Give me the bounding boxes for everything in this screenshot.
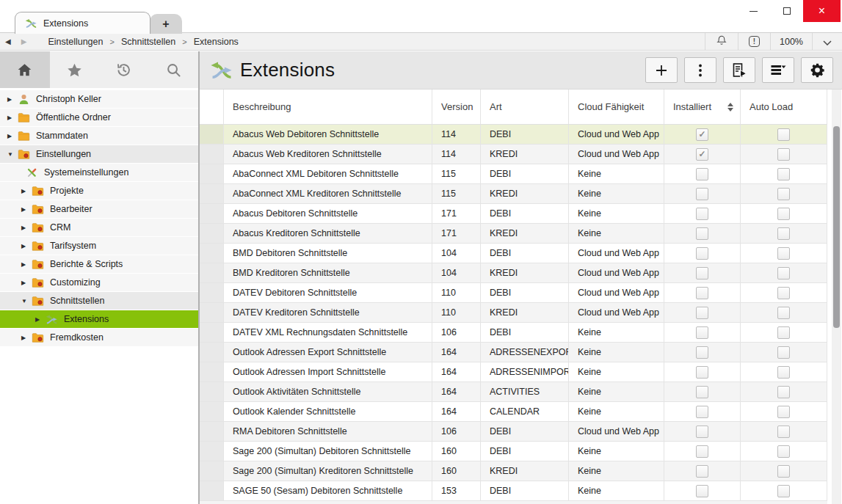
zoom-level[interactable]: 100% (771, 37, 812, 47)
expand-arrow-icon[interactable]: ▶ (7, 96, 18, 103)
tree-item-ffentliche-ordner[interactable]: ▶Öffentliche Ordner (0, 109, 198, 126)
table-row[interactable]: DATEV Debitoren Schnittstelle110DEBIClou… (200, 283, 827, 303)
installiert-checkbox[interactable] (696, 148, 708, 161)
alerts-button[interactable]: ! (738, 33, 770, 50)
expand-arrow-icon[interactable]: ▶ (21, 261, 32, 268)
installiert-checkbox[interactable] (696, 267, 708, 280)
expand-arrow-icon[interactable]: ▶ (21, 335, 32, 341)
vertical-scrollbar[interactable] (832, 90, 841, 504)
table-row[interactable]: AbaConnect XML Kreditoren Schnittstelle1… (200, 184, 827, 204)
tree-item-projekte[interactable]: ▶Projekte (0, 182, 198, 200)
installiert-checkbox[interactable] (696, 227, 708, 240)
auto-load-checkbox[interactable] (777, 485, 790, 497)
toolbar-more-button[interactable] (684, 57, 716, 83)
sort-icon[interactable] (727, 103, 733, 112)
scrollbar-thumb[interactable] (833, 126, 840, 328)
installiert-checkbox[interactable] (696, 386, 708, 398)
expand-arrow-icon[interactable]: ▶ (21, 224, 32, 231)
tree-item-customizing[interactable]: ▶Customizing (0, 274, 198, 291)
auto-load-checkbox[interactable] (777, 386, 790, 398)
tree-item-fremdkosten[interactable]: ▶Fremdkosten (0, 329, 198, 346)
toolbar-settings-button[interactable] (801, 57, 833, 83)
installiert-checkbox[interactable] (696, 426, 708, 438)
column-header-installiert[interactable]: Installiert (664, 90, 741, 124)
expand-arrow-icon[interactable]: ▶ (7, 133, 18, 139)
installiert-checkbox[interactable] (696, 208, 708, 220)
sidebar-tab-favorites[interactable] (50, 51, 100, 88)
table-row[interactable]: BMD Debitoren Schnittstelle104DEBICloud … (200, 244, 827, 263)
sidebar-tab-home[interactable] (0, 51, 50, 88)
notifications-button[interactable] (705, 33, 738, 50)
table-row[interactable]: Abacus Debitoren Schnittstelle171DEBIKei… (200, 204, 827, 224)
table-row[interactable]: RMA Debitoren Schnittstelle106DEBICloud … (200, 422, 827, 442)
auto-load-checkbox[interactable] (777, 366, 790, 379)
installiert-checkbox[interactable] (696, 326, 708, 339)
installiert-checkbox[interactable] (696, 128, 708, 141)
installiert-checkbox[interactable] (696, 307, 708, 319)
table-row[interactable]: DATEV Kreditoren Schnittstelle110KREDICl… (200, 303, 827, 323)
sidebar-tab-history[interactable] (99, 51, 149, 88)
minimize-button[interactable] (737, 0, 770, 22)
installiert-checkbox[interactable] (696, 366, 708, 379)
installiert-checkbox[interactable] (696, 465, 708, 478)
breadcrumb-item-schnittstellen[interactable]: Schnittstellen (121, 37, 175, 47)
auto-load-checkbox[interactable] (777, 406, 790, 418)
tree-item-schnittstellen[interactable]: ▼Schnittstellen (0, 292, 198, 310)
tree-item-tarifsystem[interactable]: ▶Tarifsystem (0, 237, 198, 255)
auto-load-checkbox[interactable] (777, 267, 790, 280)
table-row[interactable]: Sage 200 (Simultan) Kreditoren Schnittst… (200, 461, 827, 481)
table-row[interactable]: BMD Kreditoren Schnittstelle104KREDIClou… (200, 263, 827, 283)
auto-load-checkbox[interactable] (777, 168, 790, 180)
table-row[interactable]: Outlook Aktivitäten Schnittstelle164ACTI… (200, 382, 827, 402)
close-button[interactable]: × (803, 0, 841, 22)
expand-arrow-icon[interactable]: ▶ (21, 206, 32, 213)
document-tab-extensions[interactable]: Extensions (15, 12, 150, 34)
installiert-checkbox[interactable] (696, 287, 708, 299)
table-row[interactable]: Abacus Web Kreditoren Schnittstelle114KR… (200, 145, 827, 164)
collapse-arrow-icon[interactable]: ▼ (7, 151, 18, 158)
tree-item-bearbeiter[interactable]: ▶Bearbeiter (0, 200, 198, 218)
auto-load-checkbox[interactable] (777, 346, 790, 359)
column-header-version[interactable]: Version (432, 90, 481, 124)
auto-load-checkbox[interactable] (777, 445, 790, 458)
back-arrow-icon[interactable]: ◀ (0, 37, 16, 45)
new-tab-button[interactable]: + (150, 14, 182, 34)
auto-load-checkbox[interactable] (777, 326, 790, 339)
breadcrumb-item-einstellungen[interactable]: Einstellungen (48, 37, 103, 47)
auto-load-checkbox[interactable] (777, 148, 790, 161)
installiert-checkbox[interactable] (696, 188, 708, 200)
column-header-art[interactable]: Art (481, 90, 569, 124)
expand-arrow-icon[interactable]: ▶ (21, 280, 32, 286)
table-row[interactable]: Outlook Adressen Export Schnittstelle164… (200, 343, 827, 362)
tree-item-christoph-keller[interactable]: ▶Christoph Keller (0, 90, 198, 108)
tree-item-berichte-scripts[interactable]: ▶Berichte & Scripts (0, 255, 198, 273)
toolbar-add-button[interactable] (645, 57, 678, 83)
table-row[interactable]: DATEV XML Rechnungsdaten Schnittstelle10… (200, 323, 827, 343)
table-row[interactable]: AbaConnect XML Debitoren Schnittstelle11… (200, 164, 827, 184)
sidebar-tab-search[interactable] (149, 51, 199, 88)
menu-dropdown-button[interactable] (813, 33, 842, 50)
auto-load-checkbox[interactable] (777, 287, 790, 299)
toolbar-view-options-button[interactable] (762, 57, 794, 83)
auto-load-checkbox[interactable] (777, 188, 790, 200)
table-row[interactable]: Sage 200 (Simultan) Debitoren Schnittste… (200, 442, 827, 461)
auto-load-checkbox[interactable] (777, 465, 790, 478)
auto-load-checkbox[interactable] (777, 128, 790, 141)
auto-load-checkbox[interactable] (777, 208, 790, 220)
column-header-cloud-f-higkeit[interactable]: Cloud Fähigkeit (569, 90, 664, 124)
expand-arrow-icon[interactable]: ▶ (35, 316, 46, 323)
table-row[interactable]: Outlook Adressen Import Schnittstelle164… (200, 362, 827, 382)
installiert-checkbox[interactable] (696, 445, 708, 458)
expand-arrow-icon[interactable]: ▶ (21, 243, 32, 249)
installiert-checkbox[interactable] (696, 168, 708, 180)
tree-item-extensions[interactable]: ▶Extensions (0, 310, 198, 328)
collapse-arrow-icon[interactable]: ▼ (21, 298, 32, 304)
installiert-checkbox[interactable] (696, 485, 708, 497)
tree-item-crm[interactable]: ▶CRM (0, 219, 198, 236)
table-row[interactable]: SAGE 50 (Sesam) Debitoren Schnittstelle1… (200, 481, 827, 501)
auto-load-checkbox[interactable] (777, 307, 790, 319)
tree-item-stammdaten[interactable]: ▶Stammdaten (0, 127, 198, 145)
forward-arrow-icon[interactable]: ▶ (16, 37, 32, 45)
column-header-beschreibung[interactable]: Beschreibung (224, 90, 432, 124)
expand-arrow-icon[interactable]: ▶ (7, 114, 18, 121)
